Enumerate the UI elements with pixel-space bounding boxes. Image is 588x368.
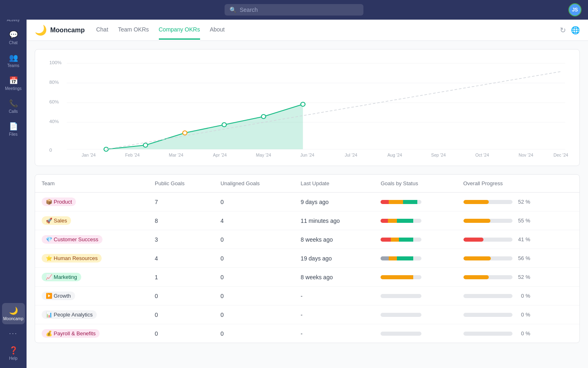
team-badge[interactable]: 📊 People Analytics [42,310,97,319]
sidebar-item-teams[interactable]: 👥 Teams [2,50,25,71]
cell-last-update: 9 days ago [294,193,374,211]
sidebar-item-calls[interactable]: 📞 Calls [2,96,25,117]
sidebar-item-meetings[interactable]: 📅 Meetings [2,73,25,94]
tab-about[interactable]: About [210,20,225,40]
sidebar-label-chat: Chat [9,40,18,45]
status-bar [381,238,421,242]
progress-bar [463,256,512,260]
cell-overall-progress: 0 % [457,287,580,305]
team-badge[interactable]: ▶️ Growth [42,292,75,300]
sidebar-label-meetings: Meetings [5,86,22,91]
cell-public-goals: 8 [148,211,214,230]
refresh-button[interactable]: ↻ [560,26,566,35]
col-public-goals: Public Goals [148,175,214,193]
cell-team: ▶️ Growth [35,287,148,305]
search-input[interactable] [240,7,359,13]
tab-team-okrs[interactable]: Team OKRs [118,20,149,40]
app-header: 🌙 Mooncamp Chat Team OKRs Company OKRs A… [27,20,588,41]
status-bar [381,219,421,223]
team-badge[interactable]: 📦 Product [42,197,76,206]
cell-public-goals: 0 [148,305,214,324]
cell-team: 📦 Product [35,193,148,211]
cell-overall-progress: 0 % [457,324,580,343]
progress-bar [463,332,512,336]
svg-point-12 [143,143,148,147]
cell-unaligned-goals: 0 [214,324,294,343]
table-row[interactable]: 🚀 Sales8411 minutes ago55 % [35,211,579,230]
cell-last-update: 11 minutes ago [294,211,374,230]
progress-label: 41 % [516,236,530,242]
table-row[interactable]: ▶️ Growth00-0 % [35,287,579,305]
sidebar-item-chat[interactable]: 💬 Chat [2,27,25,48]
cell-team: 💰 Payroll & Benefits [35,324,148,343]
cell-unaligned-goals: 0 [214,287,294,305]
sidebar-label-teams: Teams [7,63,19,68]
avatar[interactable]: JS [568,3,581,16]
svg-text:100%: 100% [49,60,62,65]
tab-company-okrs[interactable]: Company OKRs [159,20,200,40]
svg-marker-10 [106,104,303,149]
table-row[interactable]: 📈 Marketing108 weeks ago52 % [35,268,579,287]
team-badge[interactable]: 💰 Payroll & Benefits [42,329,100,338]
table-row[interactable]: ⭐ Human Resources4019 days ago56 % [35,249,579,268]
files-icon: 📄 [9,122,18,131]
svg-text:Jul '24: Jul '24 [345,153,357,157]
progress-label: 52 % [516,274,530,280]
progress-label: 0 % [516,293,530,299]
table-row[interactable]: 📦 Product709 days ago52 % [35,193,579,211]
cell-goals-by-status [374,193,457,211]
cell-overall-progress: 41 % [457,230,580,249]
cell-last-update: 8 weeks ago [294,268,374,287]
tab-chat[interactable]: Chat [96,20,108,40]
search-box[interactable]: 🔍 [225,4,363,16]
calls-icon: 📞 [9,99,18,108]
svg-text:Dec '24: Dec '24 [554,153,568,157]
progress-bar [463,294,512,298]
sidebar-item-help[interactable]: ❓ Help [2,343,25,364]
progress-label: 56 % [516,255,530,261]
cell-last-update: - [294,287,374,305]
svg-text:Oct '24: Oct '24 [475,153,489,157]
team-badge[interactable]: 📈 Marketing [42,273,81,281]
table-row[interactable]: 💎 Customer Success308 weeks ago41 % [35,230,579,249]
cell-team: 📈 Marketing [35,268,148,287]
header-actions: ↻ 🌐 [560,26,580,35]
progress-bar [463,275,512,279]
cell-public-goals: 0 [148,287,214,305]
col-last-update: Last Update [294,175,374,193]
sidebar-item-mooncamp[interactable]: 🌙 Mooncamp [2,303,25,324]
cell-goals-by-status [374,249,457,268]
cell-public-goals: 0 [148,324,214,343]
table-row[interactable]: 📊 People Analytics00-0 % [35,305,579,324]
main-wrapper: 🌙 Mooncamp Chat Team OKRs Company OKRs A… [27,20,588,368]
cell-team: 🚀 Sales [35,211,148,230]
more-options[interactable]: ··· [6,326,21,341]
globe-button[interactable]: 🌐 [571,26,580,35]
content-area: 100% 80% 60% 40% 0 [27,41,588,368]
table-row[interactable]: 💰 Payroll & Benefits00-0 % [35,324,579,343]
search-icon: 🔍 [229,7,236,13]
cell-goals-by-status [374,287,457,305]
cell-public-goals: 3 [148,230,214,249]
status-bar [381,313,421,317]
cell-overall-progress: 52 % [457,268,580,287]
svg-text:0: 0 [49,148,52,153]
cell-overall-progress: 52 % [457,193,580,211]
svg-text:Apr '24: Apr '24 [213,153,227,157]
team-badge[interactable]: ⭐ Human Resources [42,254,102,263]
nav-tabs: Chat Team OKRs Company OKRs About [96,20,225,40]
app-name: Mooncamp [50,27,85,34]
cell-goals-by-status [374,211,457,230]
progress-bar [463,313,512,317]
svg-point-15 [261,114,266,119]
okr-table: Team Public Goals Unaligned Goals Last U… [35,175,579,343]
status-bar [381,275,421,279]
table-container: Team Public Goals Unaligned Goals Last U… [35,174,580,343]
svg-text:Jun '24: Jun '24 [300,153,314,157]
svg-text:Nov '24: Nov '24 [519,153,533,157]
sidebar-item-files[interactable]: 📄 Files [2,119,25,140]
team-badge[interactable]: 💎 Customer Success [42,235,102,244]
app-logo: 🌙 Mooncamp [35,25,85,36]
team-badge[interactable]: 🚀 Sales [42,216,71,225]
progress-bar [463,238,512,242]
